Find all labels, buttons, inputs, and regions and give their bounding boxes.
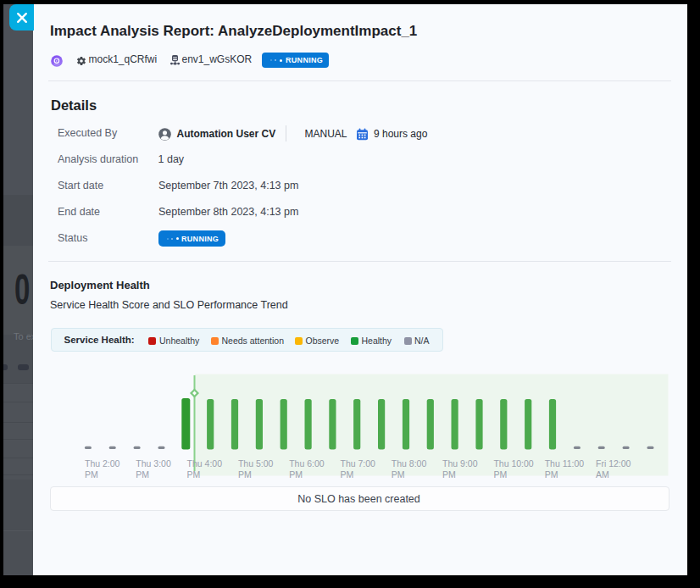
svg-text:Thu 11:00: Thu 11:00 — [545, 458, 585, 469]
svg-text:PM: PM — [341, 469, 354, 480]
svg-text:Thu 3:00: Thu 3:00 — [136, 458, 171, 469]
svg-text:PM: PM — [85, 469, 98, 480]
svg-text:Thu 2:00: Thu 2:00 — [85, 458, 120, 469]
svg-text:PM: PM — [392, 469, 405, 480]
svg-text:AM: AM — [596, 469, 609, 480]
svg-text:Thu 9:00: Thu 9:00 — [442, 458, 478, 469]
svg-text:PM: PM — [187, 469, 201, 480]
svg-text:PM: PM — [493, 469, 507, 480]
svg-text:Thu 8:00: Thu 8:00 — [392, 458, 427, 469]
svg-text:Thu 5:00: Thu 5:00 — [238, 458, 274, 469]
svg-text:Thu 6:00: Thu 6:00 — [289, 458, 325, 469]
svg-text:PM: PM — [289, 469, 303, 480]
svg-text:Fri 12:00: Fri 12:00 — [596, 458, 631, 469]
svg-text:PM: PM — [136, 469, 149, 480]
svg-text:Thu 7:00: Thu 7:00 — [341, 458, 376, 469]
svg-text:PM: PM — [442, 469, 456, 480]
svg-text:PM: PM — [238, 469, 252, 480]
svg-text:Thu 10:00: Thu 10:00 — [493, 458, 533, 469]
svg-text:PM: PM — [545, 469, 558, 480]
svg-text:Thu 4:00: Thu 4:00 — [187, 458, 223, 469]
